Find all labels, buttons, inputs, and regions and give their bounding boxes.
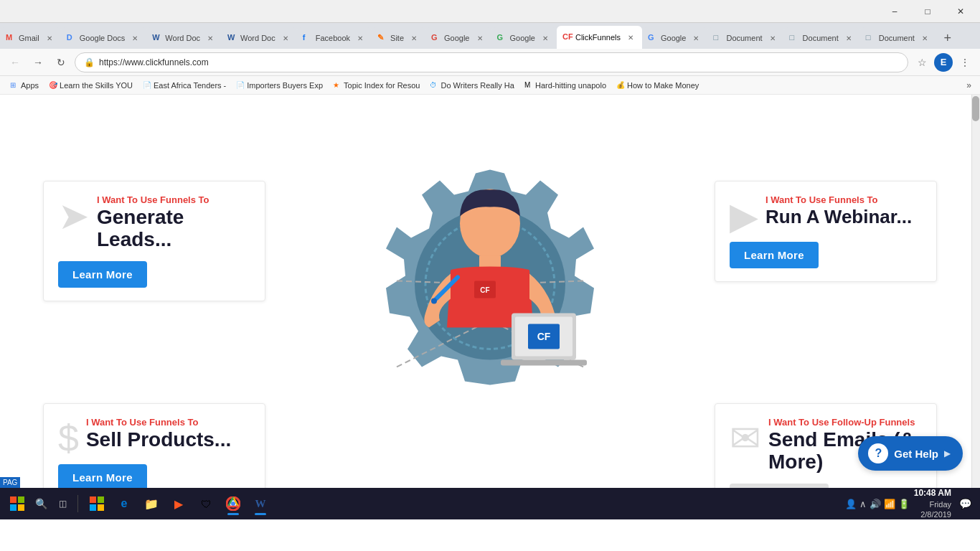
tab-g3[interactable]: G Google ✕ — [642, 27, 707, 49]
tab-favicon-doc2: □ — [713, 33, 723, 43]
tab-doc4[interactable]: □ Document ✕ — [860, 27, 936, 49]
taskbar-app-edge[interactable]: e — [111, 491, 137, 517]
scrollbar[interactable] — [971, 95, 980, 488]
help-icon: ? — [868, 443, 888, 463]
tab-g2[interactable]: G Google ✕ — [491, 27, 557, 49]
svg-text:CF: CF — [480, 286, 489, 294]
system-icons: 👤 ∧ 🔊 📶 🔋 — [845, 499, 910, 509]
tab-label-pen: Site — [390, 34, 404, 42]
forward-button[interactable]: → — [29, 53, 47, 72]
page-indicator: PAG — [0, 477, 20, 488]
notification-button[interactable]: 💬 — [956, 494, 974, 513]
volume-icon[interactable]: 🔊 — [870, 499, 881, 509]
bookmark-star-button[interactable]: ☆ — [913, 53, 931, 72]
learn-more-run-webinar-button[interactable]: Learn More — [730, 242, 819, 268]
bookmarks-more[interactable]: » — [963, 79, 974, 92]
tab-favicon-word2: W — [227, 33, 237, 43]
tab-close-word2[interactable]: ✕ — [280, 32, 291, 44]
tab-doc2[interactable]: □ Document ✕ — [707, 27, 783, 49]
bookmark-favicon-2: 📄 — [143, 81, 151, 90]
tab-favicon-g1: G — [431, 33, 441, 43]
bookmark-favicon-1: 🎯 — [49, 81, 57, 90]
tab-fb[interactable]: f Facebook ✕ — [297, 27, 372, 49]
bookmark-label-1: Learn the Skills YOU — [60, 81, 133, 90]
card-sell-products: $ I Want To Use Funnels To Sell Products… — [43, 403, 265, 488]
minimize-button[interactable]: – — [878, 0, 911, 23]
title-bar: – □ ✕ — [0, 0, 980, 23]
bookmark-item-4[interactable]: ★ Topic Index for Resou — [329, 80, 424, 91]
address-bar: ← → ↻ 🔒 https://www.clickfunnels.com ☆ E… — [0, 49, 980, 76]
bookmark-item-3[interactable]: 📄 Importers Buyers Exp — [232, 80, 327, 91]
tab-close-pen[interactable]: ✕ — [408, 32, 420, 44]
taskbar-app-word[interactable]: W — [248, 491, 273, 517]
get-help-label: Get Help — [894, 448, 938, 460]
reload-button[interactable]: ↻ — [52, 53, 70, 72]
taskbar-app-chrome[interactable] — [220, 491, 246, 517]
tab-gmail[interactable]: M Gmail ✕ — [0, 27, 61, 49]
chevron-up-icon[interactable]: ∧ — [859, 499, 867, 509]
bookmark-item-2[interactable]: 📄 East Africa Tenders - — [138, 80, 230, 91]
tab-close-docs[interactable]: ✕ — [129, 32, 141, 44]
battery-icon[interactable]: 🔋 — [898, 499, 910, 509]
card-generate-leads-title: Generate Leads... — [97, 207, 250, 251]
tab-close-word1[interactable]: ✕ — [204, 32, 216, 44]
tab-cf[interactable]: CF ClickFunnels ✕ — [557, 26, 642, 49]
tab-close-g2[interactable]: ✕ — [540, 32, 551, 44]
tab-word2[interactable]: W Word Doc ✕ — [222, 27, 297, 49]
taskbar-app-media[interactable]: ▶ — [166, 491, 192, 517]
tab-docs[interactable]: D Google Docs ✕ — [61, 27, 147, 49]
svg-text:CF: CF — [537, 331, 551, 342]
task-view-button[interactable]: ◫ — [53, 494, 72, 513]
svg-point-27 — [231, 501, 235, 506]
svg-rect-12 — [501, 359, 587, 365]
tab-close-cf[interactable]: ✕ — [625, 32, 636, 43]
taskbar-app-shield[interactable]: 🛡 — [193, 491, 219, 517]
tab-close-fb[interactable]: ✕ — [354, 32, 366, 44]
search-button[interactable]: 🔍 — [32, 494, 50, 513]
bookmark-item-1[interactable]: 🎯 Learn the Skills YOU — [44, 80, 137, 91]
profile-avatar[interactable]: E — [934, 53, 953, 72]
bookmark-item-6[interactable]: M Hard-hitting unapolo — [520, 80, 611, 91]
maximize-button[interactable]: □ — [911, 0, 944, 23]
url-text: https://www.clickfunnels.com — [99, 57, 209, 67]
start-button[interactable] — [6, 492, 29, 515]
card-run-webinar-title: Run A Webinar... — [765, 207, 912, 227]
tab-favicon-g3: G — [648, 33, 658, 43]
tab-favicon-gmail: M — [6, 33, 16, 43]
bookmark-label-0: Apps — [21, 81, 39, 90]
card-generate-leads: ➤ I Want To Use Funnels To Generate Lead… — [43, 181, 265, 301]
bookmark-item-5[interactable]: ⏱ Do Writers Really Ha — [425, 80, 519, 91]
bookmark-item-0[interactable]: ⊞ Apps — [6, 80, 43, 91]
tab-favicon-word1: W — [152, 33, 162, 43]
people-icon[interactable]: 👤 — [845, 499, 857, 509]
tab-close-g3[interactable]: ✕ — [690, 32, 702, 44]
get-help-button[interactable]: ? Get Help ▶ — [858, 436, 963, 471]
scroll-thumb[interactable] — [972, 96, 979, 121]
tab-pen[interactable]: ✎ Site ✕ — [372, 27, 425, 49]
new-tab-button[interactable]: + — [936, 27, 959, 49]
taskbar-app-file-explorer[interactable]: 📁 — [138, 491, 164, 517]
tab-word1[interactable]: W Word Doc ✕ — [146, 27, 222, 49]
system-clock[interactable]: 10:48 AM Friday 2/8/2019 — [914, 488, 951, 519]
back-button[interactable]: ← — [6, 53, 24, 72]
tab-g1[interactable]: G Google ✕ — [425, 27, 491, 49]
bookmark-favicon-3: 📄 — [236, 81, 245, 90]
menu-button[interactable]: ⋮ — [956, 53, 974, 72]
svg-rect-19 — [10, 504, 17, 511]
taskbar-right: 👤 ∧ 🔊 📶 🔋 10:48 AM Friday 2/8/2019 💬 — [845, 488, 974, 519]
learn-more-sell-products-button[interactable]: Learn More — [58, 464, 147, 488]
tab-doc3[interactable]: □ Document ✕ — [784, 27, 860, 49]
bookmark-item-7[interactable]: 💰 How to Make Money — [612, 80, 703, 91]
network-icon[interactable]: 📶 — [884, 499, 895, 509]
close-button[interactable]: ✕ — [944, 0, 977, 23]
tab-close-doc4[interactable]: ✕ — [919, 32, 930, 44]
tab-close-doc3[interactable]: ✕ — [843, 32, 854, 44]
taskbar-app-explorer[interactable] — [84, 491, 110, 517]
tab-close-g1[interactable]: ✕ — [474, 32, 486, 44]
url-field[interactable]: 🔒 https://www.clickfunnels.com — [75, 52, 908, 72]
learn-more-generate-leads-button[interactable]: Learn More — [58, 261, 147, 288]
tab-label-cf: ClickFunnels — [575, 33, 621, 42]
tab-close-doc2[interactable]: ✕ — [767, 32, 778, 44]
tab-close-gmail[interactable]: ✕ — [44, 32, 55, 44]
svg-rect-22 — [98, 496, 104, 503]
